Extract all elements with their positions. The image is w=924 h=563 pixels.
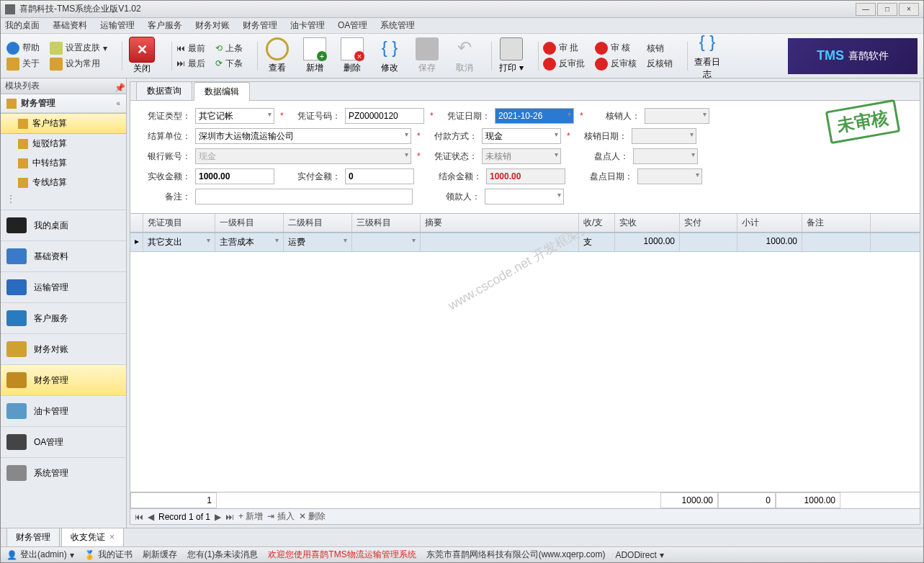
cell-sum[interactable] xyxy=(421,233,579,251)
nav-item-cursor[interactable]: 我的桌面 xyxy=(1,210,126,240)
col-l2[interactable]: 二级科目 xyxy=(284,214,352,232)
unaudit-button[interactable]: 反审核 xyxy=(595,58,637,71)
status-ado[interactable]: ADODirect ▾ xyxy=(615,550,663,560)
first-button[interactable]: ⏮最前 xyxy=(176,42,205,55)
nav-insert[interactable]: ⇥ 插入 xyxy=(267,510,294,523)
status-refresh[interactable]: 刷新缓存 xyxy=(143,549,177,561)
nav-first[interactable]: ⏮ xyxy=(135,512,143,522)
remark-input[interactable] xyxy=(195,189,413,204)
skin-button[interactable]: 设置皮肤 ▾ xyxy=(50,42,107,55)
voucher-type-select[interactable] xyxy=(195,108,274,124)
sidebar-item[interactable]: 专线结算 xyxy=(1,173,126,192)
last-button[interactable]: ⏭最后 xyxy=(176,58,205,70)
table-row[interactable]: ▸其它支出▾主营成本▾运费▾▾支1000.001000.00 xyxy=(130,233,920,252)
nav-item-sheet[interactable]: 财务对账 xyxy=(1,333,126,364)
tab-edit[interactable]: 数据编辑 xyxy=(194,82,250,101)
status-cert[interactable]: 🏅我的证书 xyxy=(84,549,133,561)
status-msg[interactable]: 您有(1)条未读消息 xyxy=(187,549,259,561)
tab-query[interactable]: 数据查询 xyxy=(136,81,192,100)
col-item[interactable]: 凭证项目 xyxy=(143,214,215,232)
col-rmk[interactable]: 备注 xyxy=(802,214,871,232)
nav-item-monitor[interactable]: OA管理 xyxy=(1,426,126,457)
pin-icon[interactable]: 📌 xyxy=(115,83,122,90)
menu-fuel[interactable]: 油卡管理 xyxy=(290,19,325,32)
col-recv[interactable]: 实收 xyxy=(615,214,680,232)
next-button[interactable]: ⟳下条 xyxy=(215,58,243,70)
close-icon[interactable]: × xyxy=(109,532,115,542)
edit-button[interactable]: { }修改 xyxy=(374,37,405,74)
close-window-button[interactable]: × xyxy=(899,3,919,16)
audit-button[interactable]: 审 核 xyxy=(595,42,637,55)
status-logout[interactable]: 👤登出(admin) ▾ xyxy=(6,549,74,561)
col-sum[interactable]: 摘要 xyxy=(421,214,579,232)
btab-finance[interactable]: 财务管理 xyxy=(6,528,60,547)
nav-item-user[interactable]: 客户服务 xyxy=(1,302,126,333)
cell-l1[interactable]: 主营成本▾ xyxy=(215,233,284,251)
menu-system[interactable]: 系统管理 xyxy=(380,19,415,32)
nav-add[interactable]: + 新增 xyxy=(238,510,263,523)
nav-item-coins[interactable]: 财务管理 xyxy=(1,364,126,395)
col-pay[interactable]: 实付 xyxy=(680,214,737,232)
nav-item-truck[interactable]: 运输管理 xyxy=(1,271,126,302)
cell-sub[interactable]: 1000.00 xyxy=(737,233,802,251)
cell-rmk[interactable] xyxy=(802,233,871,251)
nav-delete[interactable]: ✕ 删除 xyxy=(299,510,326,523)
view-button[interactable]: 查看 xyxy=(262,37,292,74)
sidebar-item[interactable]: 中转结算 xyxy=(1,153,126,173)
col-l1[interactable]: 一级科目 xyxy=(215,214,284,232)
about-button[interactable]: 关于 xyxy=(6,58,40,71)
more-indicator: ⋮ xyxy=(1,192,126,205)
approve-button[interactable]: 审 批 xyxy=(543,42,585,55)
minimize-button[interactable]: — xyxy=(856,3,876,16)
voucher-no-input[interactable] xyxy=(345,108,424,124)
unwriteoff-button[interactable]: 反核销 xyxy=(647,58,673,70)
cell-l3[interactable]: ▾ xyxy=(352,233,421,251)
cell-io[interactable]: 支 xyxy=(579,233,615,251)
menu-basic[interactable]: 基础资料 xyxy=(53,19,87,32)
voucher-date-input[interactable] xyxy=(495,108,574,124)
delete-button[interactable]: ×删除 xyxy=(337,37,367,74)
btab-voucher[interactable]: 收支凭证× xyxy=(61,528,124,547)
cell-recv[interactable]: 1000.00 xyxy=(615,233,680,251)
print-button[interactable]: 打印 ▾ xyxy=(496,37,526,74)
menu-transport[interactable]: 运输管理 xyxy=(100,19,135,32)
real-pay-input[interactable] xyxy=(345,168,414,184)
menu-desktop[interactable]: 我的桌面 xyxy=(5,19,40,32)
prev-button[interactable]: ⟲上条 xyxy=(215,42,243,55)
col-sub[interactable]: 小计 xyxy=(737,214,802,232)
col-io[interactable]: 收/支 xyxy=(579,214,615,232)
close-tab-button[interactable]: ✕ xyxy=(129,37,155,63)
menu-finance[interactable]: 财务管理 xyxy=(243,19,277,32)
log-button[interactable]: { }查看日志 xyxy=(692,32,722,81)
lbl-check-date: 盘点日期： xyxy=(583,171,633,183)
help-button[interactable]: 帮助 xyxy=(6,42,40,55)
nav-last[interactable]: ⏭ xyxy=(225,512,234,522)
cell-l2[interactable]: 运费▾ xyxy=(284,233,352,251)
cell-item[interactable]: 其它支出▾ xyxy=(143,233,215,251)
sidebar-section-finance[interactable]: 财务管理« xyxy=(1,94,126,113)
nav-item-doc[interactable]: 基础资料 xyxy=(1,240,126,271)
grid-body[interactable]: www.cscode.net 开发框架文库 ▸其它支出▾主营成本▾运费▾▾支10… xyxy=(130,233,920,492)
nav-prev[interactable]: ◀ xyxy=(148,512,154,522)
add-button[interactable]: +新增 xyxy=(300,37,330,74)
bank-acct-select[interactable] xyxy=(195,148,411,164)
unapprove-button[interactable]: 反审批 xyxy=(543,58,585,71)
payee-select[interactable] xyxy=(485,189,564,204)
menu-recon[interactable]: 财务对账 xyxy=(195,19,230,32)
default-button[interactable]: 设为常用 xyxy=(50,58,107,71)
menu-customer[interactable]: 客户服务 xyxy=(148,19,182,32)
writeoff-button[interactable]: 核销 xyxy=(647,42,673,55)
nav-item-gear[interactable]: 系统管理 xyxy=(1,457,126,488)
nav-item-card[interactable]: 油卡管理 xyxy=(1,395,126,426)
sidebar-item[interactable]: 短驳结算 xyxy=(1,134,126,153)
pay-method-select[interactable] xyxy=(482,128,561,144)
col-l3[interactable]: 三级科目 xyxy=(352,214,421,232)
real-recv-input[interactable] xyxy=(195,168,274,184)
maximize-button[interactable]: □ xyxy=(877,3,897,16)
record-label: Record 1 of 1 xyxy=(158,512,210,522)
cell-pay[interactable] xyxy=(680,233,737,251)
settle-unit-select[interactable] xyxy=(195,128,411,144)
sidebar-item[interactable]: 客户结算 xyxy=(1,113,126,134)
nav-next[interactable]: ▶ xyxy=(215,512,221,522)
menu-oa[interactable]: OA管理 xyxy=(338,19,367,32)
